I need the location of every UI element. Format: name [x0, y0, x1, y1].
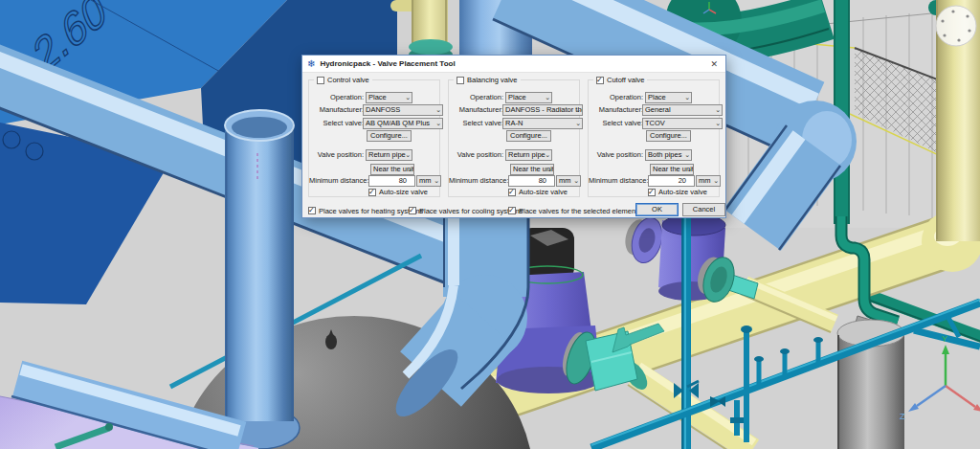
group-cutoff-valve: Cutoff valve Operation: Place Manufactur…: [588, 79, 720, 197]
ok-button[interactable]: OK: [635, 203, 679, 216]
manufacturer-label: Manufacturer:: [309, 104, 364, 116]
dialog-titlebar[interactable]: ❄ Hydronicpack - Valve Placement Tool ✕: [302, 56, 725, 73]
unit-select[interactable]: mm: [696, 175, 721, 187]
valve-position-select[interactable]: Both pipes: [645, 149, 692, 161]
pipe-blue-vertical-cylinder: [219, 110, 300, 449]
cutoff-valve-checkbox[interactable]: [596, 77, 604, 84]
manufacturer-select[interactable]: General: [642, 104, 723, 116]
group-balancing-valve: Balancing valve Operation: Place Manufac…: [448, 79, 580, 197]
hydronicpack-app-icon: ❄: [307, 58, 315, 69]
unit-select[interactable]: mm: [556, 175, 581, 187]
minimum-distance-label: Minimum distance:: [589, 175, 643, 187]
autosize-checkbox[interactable]: [368, 189, 376, 196]
application-window: 2.60: [0, 0, 980, 449]
minimum-distance-input[interactable]: 80: [368, 175, 415, 187]
configure-button[interactable]: Configure...: [646, 130, 691, 142]
cooling-systems-option: Place valves for cooling systems: [409, 204, 523, 217]
autosize-checkbox[interactable]: [648, 189, 656, 196]
minimum-distance-input[interactable]: 20: [648, 175, 695, 187]
unit-select[interactable]: mm: [416, 175, 441, 187]
heating-systems-label: Place valves for heating systems: [319, 207, 423, 215]
axis-z-label: Z: [900, 412, 905, 421]
operation-select[interactable]: Place: [645, 92, 692, 103]
operation-label: Operation:: [589, 92, 643, 103]
control-valve-checkbox[interactable]: [317, 77, 324, 84]
flange-bolt-circle: [936, 6, 976, 46]
select-valve-label: Select valve:: [449, 118, 503, 129]
near-unit-select[interactable]: Near the unit: [650, 164, 694, 175]
operation-label: Operation:: [309, 92, 364, 103]
select-valve-label: Select valve:: [309, 118, 364, 129]
balancing-valve-checkbox[interactable]: [457, 77, 464, 84]
autosize-checkbox[interactable]: [508, 189, 516, 196]
valve-select[interactable]: AB QM/AB QM Plus: [363, 118, 443, 129]
operation-select[interactable]: Place: [505, 92, 552, 103]
valve-select[interactable]: TCOV: [642, 118, 723, 129]
near-unit-select[interactable]: Near the unit: [510, 164, 554, 175]
autosize-label: Auto-size valve: [658, 188, 707, 196]
configure-button[interactable]: Configure...: [506, 130, 551, 142]
heating-systems-checkbox[interactable]: [308, 207, 316, 214]
configure-button[interactable]: Configure...: [367, 130, 412, 142]
near-unit-select[interactable]: Near the unit: [370, 164, 414, 175]
valve-position-label: Valve position:: [309, 149, 364, 161]
manufacturer-select[interactable]: DANFOSS: [363, 104, 443, 116]
heating-systems-option: Place valves for heating systems: [308, 204, 423, 217]
close-icon[interactable]: ✕: [707, 59, 721, 69]
minimum-distance-label: Minimum distance:: [449, 175, 503, 187]
dialog-title: Hydronicpack - Valve Placement Tool: [320, 59, 707, 68]
operation-label: Operation:: [449, 92, 503, 103]
select-valve-label: Select valve:: [589, 118, 643, 129]
control-valve-label: Control valve: [327, 76, 369, 84]
axis-y-label: Y: [942, 334, 947, 344]
valve-position-select[interactable]: Return pipe: [366, 149, 412, 161]
operation-select[interactable]: Place: [366, 92, 412, 103]
minimum-distance-label: Minimum distance:: [309, 175, 364, 187]
minimum-distance-input[interactable]: 80: [508, 175, 555, 187]
valve-position-label: Valve position:: [589, 149, 643, 161]
selected-elements-option: Place valves for the selected elements o…: [508, 204, 657, 217]
manufacturer-label: Manufacturer:: [449, 104, 503, 116]
balancing-valve-label: Balancing valve: [467, 76, 518, 84]
manufacturer-select[interactable]: DANFOSS - Radiator ther: [502, 104, 583, 116]
cancel-button[interactable]: Cancel: [682, 203, 725, 216]
valve-position-label: Valve position:: [449, 149, 503, 161]
autosize-label: Auto-size valve: [379, 188, 428, 196]
selected-elements-checkbox[interactable]: [508, 207, 516, 214]
valve-select[interactable]: RA-N: [502, 118, 583, 129]
autosize-label: Auto-size valve: [519, 188, 568, 196]
cutoff-valve-label: Cutoff valve: [607, 76, 644, 84]
group-control-valve: Control valve Operation: Place Manufactu…: [308, 79, 440, 197]
valve-placement-dialog: ❄ Hydronicpack - Valve Placement Tool ✕ …: [301, 55, 726, 218]
manufacturer-label: Manufacturer:: [589, 104, 643, 116]
cooling-systems-checkbox[interactable]: [409, 207, 416, 214]
valve-position-select[interactable]: Return pipe: [505, 149, 552, 161]
